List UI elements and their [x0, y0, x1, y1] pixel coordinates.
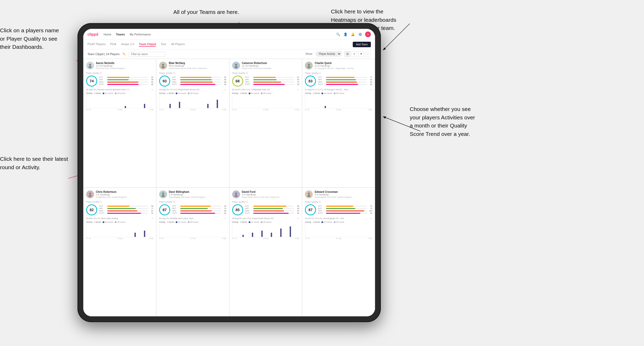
latest-round[interactable]: 02 Jul 23 | 59 (+17), Craigmillar Park G… [232, 88, 299, 91]
activity-header: Activity · 1 Month On course Off course [232, 221, 299, 223]
legend-off-course: Off course [115, 92, 125, 94]
player-header: Chris Robertson 1-5 Handicap Craigmillar… [86, 190, 153, 198]
nav-teams[interactable]: Teams [116, 33, 125, 36]
tab-tour[interactable]: Tour [161, 42, 166, 47]
latest-round[interactable]: 04 Sep 23 | Mobility with coach, Gym → [159, 217, 226, 220]
arrow-right-icon[interactable]: → [370, 88, 372, 91]
tab-pga[interactable]: PGA [110, 42, 116, 47]
settings-icon[interactable]: ⚙️ [358, 32, 362, 37]
player-handicap: Plus Handicap [169, 65, 226, 67]
show-select[interactable]: Player Activity [316, 51, 341, 56]
tab-pgat[interactable]: PGAT Players [87, 42, 106, 47]
search-icon[interactable]: 🔍 [336, 32, 340, 37]
arrow-right-icon[interactable]: → [151, 217, 153, 220]
player-name[interactable]: David Ford [242, 190, 299, 193]
list-view-button[interactable]: ≡ [351, 51, 357, 57]
filter-input[interactable] [129, 52, 165, 57]
player-name[interactable]: Blair McHarg [169, 62, 226, 65]
ipad-screen: clippd Home Teams My Performance 🔍 👤 🔔 ⚙… [83, 29, 375, 316]
arrow-right-icon[interactable]: → [297, 217, 299, 220]
tab-hcaps[interactable]: Hcaps 1-5 [121, 42, 134, 47]
chart-date: 4 Sep [295, 109, 299, 110]
activity-header: Activity · 1 Month On course Off course [159, 221, 226, 223]
subnav-tabs: PGAT Players PGA Hcaps 1-5 Team Clippd T… [87, 42, 185, 47]
player-card[interactable]: David Ford 1-5 Handicap Royal North Devo… [229, 188, 302, 316]
pq-content: 87 OTT 82 APP 74 ARG [159, 204, 226, 215]
filter-view-button[interactable]: ▼ [358, 51, 364, 57]
stat-row-app: APP 79 [318, 207, 372, 209]
player-card[interactable]: Blair McHarg Plus Handicap Royal North D… [156, 59, 229, 188]
add-team-button[interactable]: Add Team [353, 42, 371, 47]
quality-score[interactable]: 93 [159, 76, 170, 87]
latest-round[interactable]: 18 Jul 23 | 74 (+4), Sunningdale GC - Ol… [305, 217, 372, 220]
latest-round-text: 03 Mar 23 | 19, Must make putting [86, 217, 118, 220]
player-name[interactable]: Dave Billingham [169, 190, 226, 193]
latest-round[interactable]: 26 Aug 23 | 84 (+12), Royal North Devon … [232, 217, 299, 220]
stat-row-ott: OTT 61 [245, 76, 299, 78]
nav-home[interactable]: Home [103, 33, 111, 36]
user-icon[interactable]: 👤 [343, 32, 348, 37]
chart-date: 21 Aug [117, 237, 122, 239]
quality-score[interactable]: 83 [305, 76, 316, 87]
teams-annotation: All of your Teams are here. [173, 8, 239, 16]
player-card[interactable]: Edward Crossman 1-5 Handicap Sunningdale… [302, 188, 375, 316]
activity-section: Activity · 1 Month On course Off course [232, 92, 299, 110]
quality-score[interactable]: 87 [305, 204, 316, 215]
player-header: Cameron Robertson 11-15 Handicap Royal P… [232, 62, 299, 70]
pq-bars: OTT 73 APP 79 ARG 103 P [318, 205, 372, 215]
quality-score[interactable]: 85 [232, 204, 243, 215]
latest-round[interactable]: 02 Sep 23 | Sunset round to get back int… [86, 88, 153, 91]
svg-point-7 [162, 64, 164, 66]
sort-view-button[interactable]: ↕ [365, 51, 371, 57]
brand-logo[interactable]: clippd [87, 32, 98, 36]
edit-icon[interactable]: ✏️ [123, 53, 126, 55]
player-card[interactable]: Cameron Robertson 11-15 Handicap Royal P… [229, 59, 302, 188]
tab-all-players[interactable]: All Players [171, 42, 185, 47]
grid-view-button[interactable]: ⊞ [345, 51, 350, 57]
player-name[interactable]: Charlie Quick [315, 62, 372, 65]
arrow-right-icon[interactable]: → [151, 88, 153, 91]
player-card[interactable]: Aaron Nicholls 11-15 Handicap Drift Golf… [83, 59, 156, 188]
arrow-right-icon[interactable]: → [370, 217, 372, 220]
quality-score[interactable]: 87 [159, 204, 170, 215]
chart-date: 21 Aug [263, 109, 268, 110]
on-course-dot [103, 221, 104, 223]
avatar[interactable]: U [365, 31, 371, 37]
activity-label: Activity · 1 Month [86, 221, 101, 223]
player-club: Royal North Devon Golf Club, United Kil.… [242, 196, 299, 198]
arrow-right-icon[interactable]: → [224, 88, 226, 91]
off-course-dot [188, 221, 189, 223]
player-card[interactable]: Dave Billingham 1-5 Handicap Sog Maging … [156, 188, 229, 316]
pq-label: Player Quality ⓘ [159, 200, 226, 203]
svg-point-12 [307, 66, 310, 68]
chart-date: 21 Aug [117, 109, 122, 110]
player-name[interactable]: Aaron Nicholls [96, 62, 153, 65]
bell-icon[interactable]: 🔔 [350, 32, 355, 37]
arrow-right-icon[interactable]: → [297, 88, 299, 91]
player-card[interactable]: Chris Robertson 1-5 Handicap Craigmillar… [83, 188, 156, 316]
stat-row-arg: ARG 83 [318, 81, 372, 83]
latest-round[interactable]: 26 Aug 23 | 73 (+1), Royal North Devon G… [159, 88, 226, 91]
legend-on-course: On course [321, 92, 332, 94]
quality-score[interactable]: 68 [232, 76, 243, 87]
stat-row-putt: PUTT 95 [172, 83, 226, 85]
latest-round[interactable]: 03 Mar 23 | 19, Must make putting → [86, 217, 153, 220]
player-name[interactable]: Cameron Robertson [242, 62, 299, 65]
player-quality-section: Player Quality ⓘ 83 OTT 77 APP 80 ARG [305, 72, 372, 87]
chart-date: 21 Aug [336, 109, 341, 110]
player-card[interactable]: Charlie Quick 6-10 Handicap St. George's… [302, 59, 375, 188]
player-name[interactable]: Edward Crossman [315, 190, 372, 193]
on-course-label: On course [324, 221, 332, 223]
mini-chart [232, 224, 299, 237]
quality-score[interactable]: 82 [86, 204, 97, 215]
arrow-right-icon[interactable]: → [224, 217, 226, 220]
tab-team-clippd[interactable]: Team Clippd [139, 42, 156, 47]
latest-round[interactable]: 07 Aug 23 | 77 (+7), St George's Hill GC… [305, 88, 372, 91]
nav-my-performance[interactable]: My Performance [130, 33, 151, 36]
quality-score[interactable]: 74 [86, 76, 97, 87]
svg-point-8 [162, 66, 165, 68]
on-course-label: On course [324, 92, 332, 94]
player-name[interactable]: Chris Robertson [96, 190, 153, 193]
legend-off-course: Off course [261, 221, 271, 223]
activity-label: Activity · 1 Month [159, 92, 174, 94]
